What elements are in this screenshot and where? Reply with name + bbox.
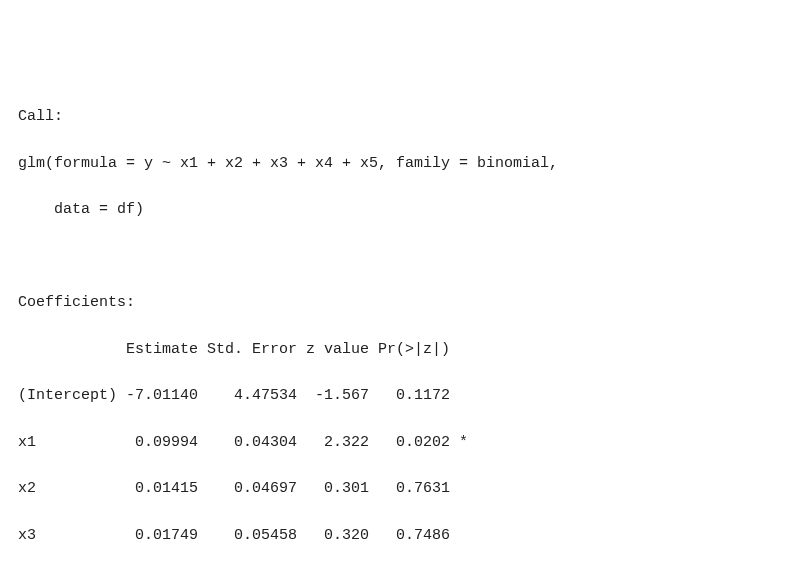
call-header: Call: [18,108,63,125]
call-line-1: glm(formula = y ~ x1 + x2 + x3 + x4 + x5… [18,155,558,172]
row-x2: x2 0.01415 0.04697 0.301 0.7631 [18,480,468,497]
coefficients-column-headers: Estimate Std. Error z value Pr(>|z|) [18,341,468,358]
row-x1: x1 0.09994 0.04304 2.322 0.0202 * [18,434,468,451]
call-line-2: data = df) [18,201,144,218]
row-x3: x3 0.01749 0.05458 0.320 0.7486 [18,527,468,544]
row-intercept: (Intercept) -7.01140 4.47534 -1.567 0.11… [18,387,468,404]
coefficients-header: Coefficients: [18,294,135,311]
